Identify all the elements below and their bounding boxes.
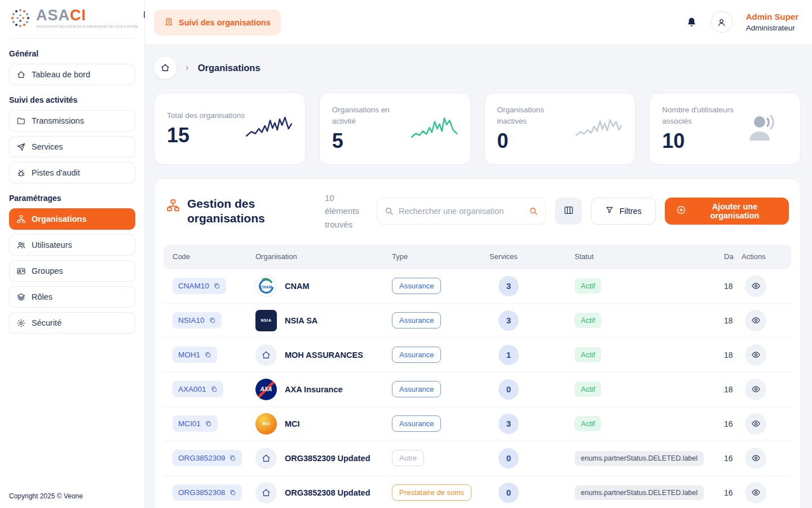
sidebar-section-suivi-des-activites: Suivi des activités: [9, 95, 135, 104]
stat-value: 15: [167, 124, 245, 147]
stat-label: Organisations en activité: [332, 104, 411, 128]
users-icon: [16, 240, 26, 250]
view-button[interactable]: [745, 275, 766, 297]
filters-button[interactable]: Filtres: [591, 198, 655, 225]
copy-icon[interactable]: [229, 454, 236, 462]
sidebar-item-label: Tableau de bord: [32, 70, 90, 79]
stat-value: 5: [332, 129, 411, 153]
table-header-row: CodeOrganisationTypeServicesStatutDaActi…: [164, 244, 791, 269]
add-organisation-label: Ajouter une organisation: [692, 202, 778, 220]
notifications-bell-icon[interactable]: [686, 16, 698, 28]
sidebar-item-organisations[interactable]: Organisations: [9, 208, 135, 230]
org-code: ORG3852308: [178, 488, 225, 497]
copyright-text: Copyright 2025 © Veone: [9, 492, 135, 500]
copy-icon[interactable]: [210, 386, 218, 393]
building-icon: [164, 17, 174, 28]
view-button[interactable]: [745, 413, 766, 435]
column-header-date: Da: [721, 252, 737, 261]
org-code-badge[interactable]: MOH1: [173, 347, 217, 363]
users-icon: [740, 114, 788, 143]
status-badge: Actif: [575, 416, 601, 431]
actions-cell: [737, 379, 791, 400]
view-button[interactable]: [745, 379, 766, 400]
sidebar-item-services[interactable]: Services: [9, 136, 135, 157]
org-logo-cnam: CNAM: [255, 275, 277, 297]
services-cell: 3: [480, 276, 566, 296]
user-avatar[interactable]: [711, 11, 732, 33]
app-window: ASACI ASSOCIATION DES SOCIETES D'ASSURAN…: [0, 0, 812, 508]
org-code: CNAM10: [178, 282, 209, 290]
copy-icon[interactable]: [213, 282, 220, 290]
date-cell: 18: [721, 316, 737, 325]
type-badge: Assurance: [392, 415, 441, 432]
view-button[interactable]: [745, 482, 766, 503]
search-input[interactable]: [399, 207, 524, 216]
code-cell: NSIA10: [164, 312, 246, 329]
org-code-badge[interactable]: CNAM10: [173, 278, 226, 294]
brand-tagline: ASSOCIATION DES SOCIETES D'ASSURANCES DE…: [36, 25, 138, 28]
organisation-cell: ORG3852309 Updated: [246, 448, 383, 469]
copy-icon[interactable]: [204, 351, 211, 358]
sidebar-item-utilisateurs[interactable]: Utilisateurs: [9, 234, 135, 256]
organisation-cell: ORG3852308 Updated: [246, 482, 383, 503]
services-count: 3: [498, 310, 519, 331]
svg-text:CNAM: CNAM: [261, 284, 272, 288]
org-logo-mci: MCI: [255, 413, 277, 435]
services-count: 0: [498, 379, 519, 400]
org-code: AXA001: [178, 385, 206, 393]
sidebar-item-tableau-de-bord[interactable]: Tableau de bord: [9, 64, 135, 85]
code-cell: ORG3852309: [164, 450, 246, 466]
stat-card-organisations-inactives: Organisations inactives 0: [484, 93, 636, 165]
organisation-cell: NSIA NSIA SA: [246, 310, 383, 331]
sparkline-icon: [411, 114, 458, 143]
user-meta: Admin Super Administrateur: [746, 11, 798, 33]
services-count: 0: [498, 448, 519, 468]
add-organisation-button[interactable]: Ajouter une organisation: [665, 198, 789, 225]
folder-icon: [16, 116, 26, 126]
sidebar-item-groupes[interactable]: Groupes: [9, 260, 135, 282]
content: › Organisations Total des organisations …: [145, 45, 812, 508]
org-logo-generic: [255, 482, 277, 503]
org-name: ORG3852308 Updated: [285, 488, 370, 497]
idcard-icon: [16, 266, 26, 276]
user-name: Admin Super: [746, 11, 798, 23]
sidebar-item-pistes-d-audit[interactable]: Pistes d'audit: [9, 162, 135, 183]
status-cell: Actif: [566, 382, 721, 397]
sidebar-item-securite[interactable]: Sécurité: [9, 312, 135, 334]
view-button[interactable]: [745, 344, 766, 366]
view-button[interactable]: [745, 310, 766, 331]
type-cell: Autre: [383, 450, 480, 466]
brand-text: ASACI ASSOCIATION DES SOCIETES D'ASSURAN…: [36, 7, 138, 28]
sidebar-item-roles[interactable]: Rôles: [9, 286, 135, 308]
org-code-badge[interactable]: NSIA10: [173, 312, 222, 329]
copy-icon[interactable]: [229, 489, 236, 496]
filters-label: Filtres: [619, 207, 641, 216]
breadcrumb-home-icon[interactable]: [154, 56, 176, 79]
sidebar-item-label: Transmissions: [32, 116, 84, 125]
breadcrumb-separator: ›: [186, 62, 189, 73]
org-code-badge[interactable]: ORG3852308: [173, 484, 242, 501]
search-submit-icon[interactable]: [528, 206, 539, 216]
type-badge: Assurance: [392, 347, 441, 363]
status-badge: Actif: [575, 347, 601, 362]
date-cell: 18: [721, 385, 737, 394]
columns-toggle-button[interactable]: [555, 198, 582, 225]
organisation-cell: CNAM CNAM: [246, 275, 383, 297]
type-cell: Assurance: [383, 312, 480, 329]
type-badge: Assurance: [392, 278, 441, 294]
org-code-badge[interactable]: MCI01: [173, 415, 218, 432]
breadcrumb: › Organisations: [154, 56, 801, 79]
copy-icon[interactable]: [209, 317, 216, 324]
column-header-services: Services: [480, 252, 566, 261]
results-count: 10 éléments trouvés: [325, 191, 368, 231]
column-header-code: Code: [164, 252, 246, 261]
org-code-badge[interactable]: AXA001: [173, 381, 223, 397]
copy-icon[interactable]: [205, 420, 212, 427]
org-code-badge[interactable]: ORG3852309: [173, 450, 242, 466]
actions-cell: [737, 344, 791, 366]
view-button[interactable]: [745, 448, 766, 469]
layers-icon: [16, 292, 26, 302]
active-module-badge[interactable]: Suivi des organisations: [154, 10, 281, 36]
sidebar-item-transmissions[interactable]: Transmissions: [9, 110, 135, 132]
sparkline-icon: [575, 114, 623, 143]
